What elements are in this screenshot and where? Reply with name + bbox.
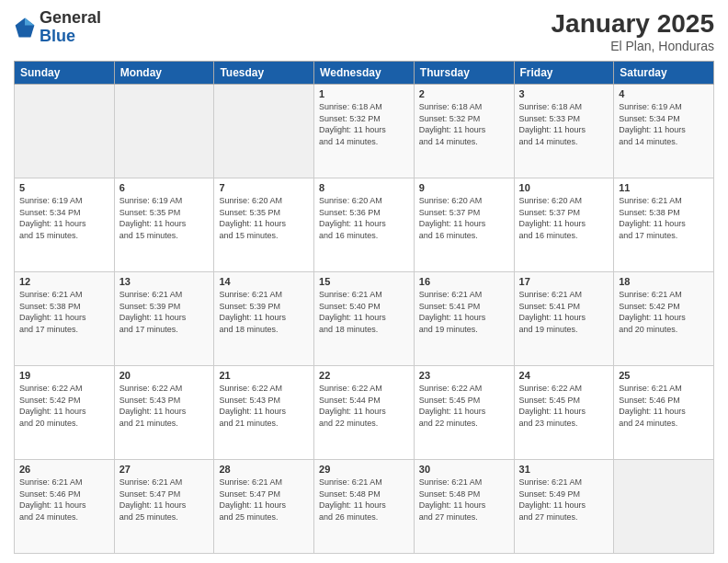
day-number: 3 xyxy=(519,88,609,99)
month-title: January 2025 xyxy=(552,9,714,39)
day-info: Sunrise: 6:21 AM Sunset: 5:41 PM Dayligh… xyxy=(519,289,609,335)
day-number: 9 xyxy=(419,182,509,193)
location: El Plan, Honduras xyxy=(552,39,714,53)
day-number: 20 xyxy=(119,370,210,381)
day-number: 22 xyxy=(319,370,409,381)
day-number: 24 xyxy=(519,370,609,381)
day-info: Sunrise: 6:19 AM Sunset: 5:34 PM Dayligh… xyxy=(19,195,109,241)
page: General Blue January 2025 El Plan, Hondu… xyxy=(0,0,728,563)
calendar-cell: 4Sunrise: 6:19 AM Sunset: 5:34 PM Daylig… xyxy=(614,85,714,178)
calendar-cell xyxy=(614,460,714,554)
calendar-cell: 31Sunrise: 6:21 AM Sunset: 5:49 PM Dayli… xyxy=(514,460,614,554)
day-number: 18 xyxy=(619,276,709,287)
calendar-cell xyxy=(15,85,115,178)
calendar-cell: 1Sunrise: 6:18 AM Sunset: 5:32 PM Daylig… xyxy=(314,85,415,178)
calendar-cell: 13Sunrise: 6:21 AM Sunset: 5:39 PM Dayli… xyxy=(114,272,214,366)
day-info: Sunrise: 6:22 AM Sunset: 5:44 PM Dayligh… xyxy=(319,383,409,429)
day-info: Sunrise: 6:19 AM Sunset: 5:35 PM Dayligh… xyxy=(119,195,210,241)
header: General Blue January 2025 El Plan, Hondu… xyxy=(14,9,714,53)
calendar-cell: 3Sunrise: 6:18 AM Sunset: 5:33 PM Daylig… xyxy=(514,85,614,178)
day-number: 21 xyxy=(219,370,309,381)
day-info: Sunrise: 6:21 AM Sunset: 5:38 PM Dayligh… xyxy=(19,289,109,335)
calendar-cell xyxy=(114,85,214,178)
calendar-cell: 17Sunrise: 6:21 AM Sunset: 5:41 PM Dayli… xyxy=(514,272,614,366)
day-info: Sunrise: 6:22 AM Sunset: 5:45 PM Dayligh… xyxy=(519,383,609,429)
day-number: 8 xyxy=(319,182,409,193)
day-info: Sunrise: 6:21 AM Sunset: 5:47 PM Dayligh… xyxy=(219,477,309,523)
day-info: Sunrise: 6:20 AM Sunset: 5:35 PM Dayligh… xyxy=(219,195,309,241)
calendar-cell: 16Sunrise: 6:21 AM Sunset: 5:41 PM Dayli… xyxy=(414,272,514,366)
day-info: Sunrise: 6:19 AM Sunset: 5:34 PM Dayligh… xyxy=(619,101,709,147)
day-info: Sunrise: 6:21 AM Sunset: 5:46 PM Dayligh… xyxy=(619,383,709,429)
day-info: Sunrise: 6:18 AM Sunset: 5:32 PM Dayligh… xyxy=(319,101,409,147)
logo: General Blue xyxy=(14,9,101,46)
day-info: Sunrise: 6:21 AM Sunset: 5:39 PM Dayligh… xyxy=(119,289,210,335)
day-number: 11 xyxy=(619,182,709,193)
day-number: 19 xyxy=(19,370,109,381)
day-info: Sunrise: 6:21 AM Sunset: 5:47 PM Dayligh… xyxy=(119,477,210,523)
day-number: 12 xyxy=(19,276,109,287)
day-header-tuesday: Tuesday xyxy=(214,62,314,85)
day-info: Sunrise: 6:21 AM Sunset: 5:40 PM Dayligh… xyxy=(319,289,409,335)
calendar-week-row: 12Sunrise: 6:21 AM Sunset: 5:38 PM Dayli… xyxy=(15,272,714,366)
day-header-saturday: Saturday xyxy=(614,62,714,85)
calendar-cell: 14Sunrise: 6:21 AM Sunset: 5:39 PM Dayli… xyxy=(214,272,314,366)
day-info: Sunrise: 6:21 AM Sunset: 5:49 PM Dayligh… xyxy=(519,477,609,523)
svg-marker-1 xyxy=(25,17,34,25)
day-info: Sunrise: 6:21 AM Sunset: 5:39 PM Dayligh… xyxy=(219,289,309,335)
calendar-week-row: 1Sunrise: 6:18 AM Sunset: 5:32 PM Daylig… xyxy=(15,85,714,178)
calendar-cell: 15Sunrise: 6:21 AM Sunset: 5:40 PM Dayli… xyxy=(314,272,415,366)
calendar-cell: 20Sunrise: 6:22 AM Sunset: 5:43 PM Dayli… xyxy=(114,366,214,460)
logo-general-text: General xyxy=(40,8,101,27)
day-header-friday: Friday xyxy=(514,62,614,85)
day-number: 15 xyxy=(319,276,409,287)
day-info: Sunrise: 6:21 AM Sunset: 5:41 PM Dayligh… xyxy=(419,289,509,335)
calendar-cell: 9Sunrise: 6:20 AM Sunset: 5:37 PM Daylig… xyxy=(414,178,514,272)
calendar-cell: 23Sunrise: 6:22 AM Sunset: 5:45 PM Dayli… xyxy=(414,366,514,460)
day-info: Sunrise: 6:21 AM Sunset: 5:46 PM Dayligh… xyxy=(19,477,109,523)
day-info: Sunrise: 6:20 AM Sunset: 5:37 PM Dayligh… xyxy=(519,195,609,241)
calendar-cell: 30Sunrise: 6:21 AM Sunset: 5:48 PM Dayli… xyxy=(414,460,514,554)
calendar-cell: 6Sunrise: 6:19 AM Sunset: 5:35 PM Daylig… xyxy=(114,178,214,272)
day-info: Sunrise: 6:22 AM Sunset: 5:42 PM Dayligh… xyxy=(19,383,109,429)
calendar-cell: 26Sunrise: 6:21 AM Sunset: 5:46 PM Dayli… xyxy=(15,460,115,554)
day-number: 7 xyxy=(219,182,309,193)
day-info: Sunrise: 6:22 AM Sunset: 5:43 PM Dayligh… xyxy=(219,383,309,429)
calendar-table: SundayMondayTuesdayWednesdayThursdayFrid… xyxy=(14,61,714,554)
day-info: Sunrise: 6:22 AM Sunset: 5:43 PM Dayligh… xyxy=(119,383,210,429)
logo-icon xyxy=(14,17,36,39)
day-number: 26 xyxy=(19,464,109,475)
day-number: 5 xyxy=(19,182,109,193)
day-number: 17 xyxy=(519,276,609,287)
calendar-cell: 27Sunrise: 6:21 AM Sunset: 5:47 PM Dayli… xyxy=(114,460,214,554)
day-number: 13 xyxy=(119,276,210,287)
calendar-cell: 19Sunrise: 6:22 AM Sunset: 5:42 PM Dayli… xyxy=(15,366,115,460)
calendar-cell: 10Sunrise: 6:20 AM Sunset: 5:37 PM Dayli… xyxy=(514,178,614,272)
calendar-cell xyxy=(214,85,314,178)
day-number: 16 xyxy=(419,276,509,287)
day-header-sunday: Sunday xyxy=(15,62,115,85)
calendar-cell: 7Sunrise: 6:20 AM Sunset: 5:35 PM Daylig… xyxy=(214,178,314,272)
calendar-cell: 5Sunrise: 6:19 AM Sunset: 5:34 PM Daylig… xyxy=(15,178,115,272)
title-block: January 2025 El Plan, Honduras xyxy=(552,9,714,53)
day-number: 14 xyxy=(219,276,309,287)
calendar-cell: 21Sunrise: 6:22 AM Sunset: 5:43 PM Dayli… xyxy=(214,366,314,460)
day-number: 30 xyxy=(419,464,509,475)
calendar-cell: 28Sunrise: 6:21 AM Sunset: 5:47 PM Dayli… xyxy=(214,460,314,554)
calendar-cell: 25Sunrise: 6:21 AM Sunset: 5:46 PM Dayli… xyxy=(614,366,714,460)
day-number: 27 xyxy=(119,464,210,475)
day-info: Sunrise: 6:20 AM Sunset: 5:37 PM Dayligh… xyxy=(419,195,509,241)
day-number: 6 xyxy=(119,182,210,193)
day-header-thursday: Thursday xyxy=(414,62,514,85)
calendar-cell: 2Sunrise: 6:18 AM Sunset: 5:32 PM Daylig… xyxy=(414,85,514,178)
day-number: 4 xyxy=(619,88,709,99)
day-info: Sunrise: 6:21 AM Sunset: 5:42 PM Dayligh… xyxy=(619,289,709,335)
day-number: 31 xyxy=(519,464,609,475)
day-info: Sunrise: 6:18 AM Sunset: 5:32 PM Dayligh… xyxy=(419,101,509,147)
day-info: Sunrise: 6:22 AM Sunset: 5:45 PM Dayligh… xyxy=(419,383,509,429)
day-number: 2 xyxy=(419,88,509,99)
calendar-week-row: 5Sunrise: 6:19 AM Sunset: 5:34 PM Daylig… xyxy=(15,178,714,272)
day-number: 1 xyxy=(319,88,409,99)
calendar-week-row: 26Sunrise: 6:21 AM Sunset: 5:46 PM Dayli… xyxy=(15,460,714,554)
calendar-header-row: SundayMondayTuesdayWednesdayThursdayFrid… xyxy=(15,62,714,85)
